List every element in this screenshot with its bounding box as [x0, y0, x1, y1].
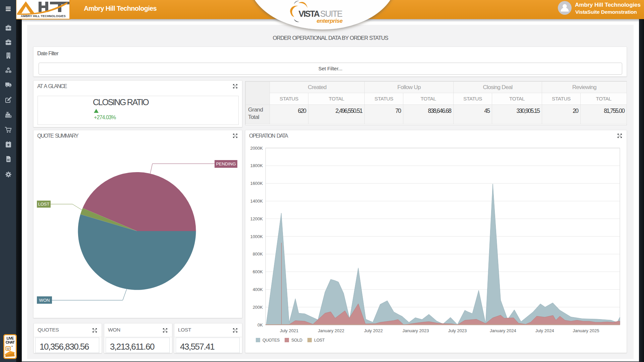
svg-text:WON: WON [39, 298, 50, 303]
svg-text:1600K: 1600K [250, 181, 263, 186]
svg-text:CHAT: CHAT [6, 340, 15, 344]
svg-text:600K: 600K [253, 269, 263, 274]
svg-text:0K: 0K [257, 322, 263, 328]
svg-text:400K: 400K [253, 287, 263, 292]
svg-text:VISTA: VISTA [299, 9, 320, 18]
svg-text:enterprise: enterprise [316, 18, 342, 24]
svg-text:1000K: 1000K [250, 234, 263, 239]
svg-text:SOLD: SOLD [291, 338, 302, 343]
svg-text:1200K: 1200K [250, 216, 263, 221]
svg-text:July 2021: July 2021 [280, 328, 299, 333]
svg-text:PENDING: PENDING [216, 161, 236, 166]
svg-text:LOST: LOST [38, 202, 50, 207]
svg-text:SUITE: SUITE [320, 9, 342, 18]
svg-text:January 2025: January 2025 [573, 328, 599, 333]
svg-text:AMBRY HILL TECHNOLOGIES: AMBRY HILL TECHNOLOGIES [21, 14, 66, 18]
svg-text:January 2022: January 2022 [318, 328, 344, 333]
svg-text:July 2024: July 2024 [535, 328, 554, 333]
svg-text:July 2022: July 2022 [364, 328, 383, 333]
svg-text:January 2023: January 2023 [403, 328, 429, 333]
svg-text:2000K: 2000K [250, 146, 263, 151]
svg-text:800K: 800K [253, 251, 263, 257]
svg-text:QUOTES: QUOTES [262, 338, 280, 343]
svg-text:200K: 200K [253, 305, 263, 310]
svg-text:LOST: LOST [314, 338, 325, 343]
svg-text:LIVE: LIVE [6, 336, 14, 340]
svg-text:1400K: 1400K [250, 199, 263, 204]
svg-text:1800K: 1800K [250, 163, 263, 168]
svg-text:January 2024: January 2024 [490, 328, 516, 333]
svg-text:July 2023: July 2023 [448, 328, 467, 333]
